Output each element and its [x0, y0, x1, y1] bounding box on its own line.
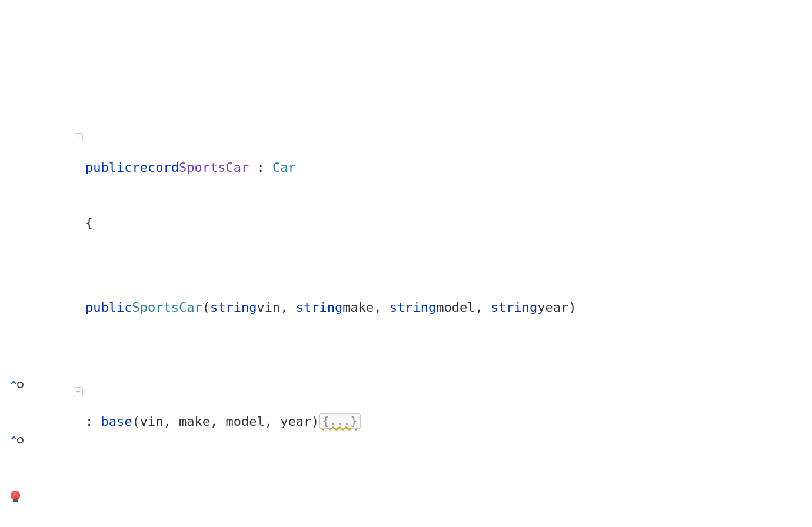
- code-area[interactable]: public record SportsCar : Car { public S…: [59, 59, 812, 527]
- gutter: ^ ^ ^ ⌄ ⌄ ⌄ ⌄ ⌄: [0, 59, 59, 527]
- keyword-record: record: [132, 160, 178, 175]
- base-type: Car: [272, 160, 296, 175]
- override-up-icon[interactable]: ^: [11, 379, 24, 391]
- override-up-icon[interactable]: ^: [11, 434, 24, 446]
- code-line[interactable]: {: [85, 209, 812, 235]
- code-editor[interactable]: ^ ^ ^ ⌄ ⌄ ⌄ ⌄ ⌄ public record SportsCar …: [0, 59, 812, 527]
- fold-collapsed-icon[interactable]: {...}: [319, 413, 360, 429]
- class-name: SportsCar: [179, 160, 249, 175]
- fold-expand-icon[interactable]: [74, 387, 83, 396]
- fold-handle-icon[interactable]: [74, 133, 83, 142]
- code-line[interactable]: : base(vin, make, model, year){...}: [85, 408, 812, 434]
- code-line[interactable]: public SportsCar(string vin, string make…: [85, 294, 812, 320]
- keyword-public: public: [85, 160, 132, 175]
- code-line[interactable]: [85, 463, 812, 489]
- lightbulb-icon[interactable]: [11, 491, 20, 500]
- code-line[interactable]: public record SportsCar : Car: [85, 154, 812, 180]
